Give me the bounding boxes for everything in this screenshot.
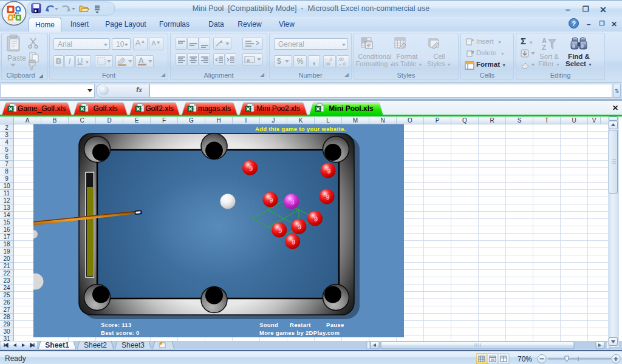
- svg-text:9: 9: [249, 165, 253, 172]
- svg-text:✕: ✕: [612, 104, 618, 112]
- svg-text:More games by 2DPlay.com: More games by 2DPlay.com: [259, 329, 340, 336]
- svg-text:magas.xls: magas.xls: [198, 104, 231, 113]
- svg-text:Sound: Sound: [259, 322, 278, 328]
- svg-text:9: 9: [327, 167, 330, 175]
- svg-text:Mini Pool.xls: Mini Pool.xls: [329, 104, 374, 113]
- svg-text:←.0: ←.0: [324, 57, 332, 61]
- svg-text:$: $: [277, 57, 281, 66]
- svg-text:Best score: 0: Best score: 0: [101, 329, 140, 336]
- svg-text:.00: .00: [324, 62, 330, 66]
- svg-text:A: A: [138, 56, 144, 65]
- svg-text:Z: Z: [542, 44, 546, 51]
- svg-text:Restart: Restart: [290, 322, 311, 328]
- svg-text:Mini Poo2.xls: Mini Poo2.xls: [256, 104, 299, 113]
- svg-text:Sheet2: Sheet2: [84, 341, 107, 349]
- svg-text:70%: 70%: [518, 355, 532, 363]
- svg-text:Sheet3: Sheet3: [121, 341, 145, 349]
- svg-text:3: 3: [290, 198, 294, 206]
- svg-text:Add this game to your website.: Add this game to your website.: [255, 126, 346, 132]
- svg-text:9: 9: [269, 197, 273, 204]
- svg-text:→.0: →.0: [338, 62, 346, 66]
- svg-text:Game_Golf.xls: Game_Golf.xls: [18, 104, 66, 113]
- svg-text:a: a: [247, 57, 250, 63]
- svg-text:Paste: Paste: [7, 54, 26, 62]
- svg-text:Score: 113: Score: 113: [101, 322, 132, 328]
- svg-text:Pause: Pause: [326, 322, 344, 328]
- svg-text:?: ?: [572, 20, 576, 27]
- svg-text:9: 9: [298, 223, 301, 231]
- svg-text:9: 9: [292, 238, 295, 246]
- svg-text:9: 9: [326, 194, 329, 201]
- svg-text:≤: ≤: [367, 43, 370, 49]
- svg-text:Golf.xls: Golf.xls: [93, 104, 117, 113]
- svg-text:9: 9: [314, 215, 318, 223]
- svg-text:9: 9: [278, 227, 282, 234]
- svg-text:Sheet1: Sheet1: [45, 341, 69, 349]
- svg-text:Golf2.xls: Golf2.xls: [145, 104, 174, 113]
- svg-text:.00: .00: [338, 57, 344, 61]
